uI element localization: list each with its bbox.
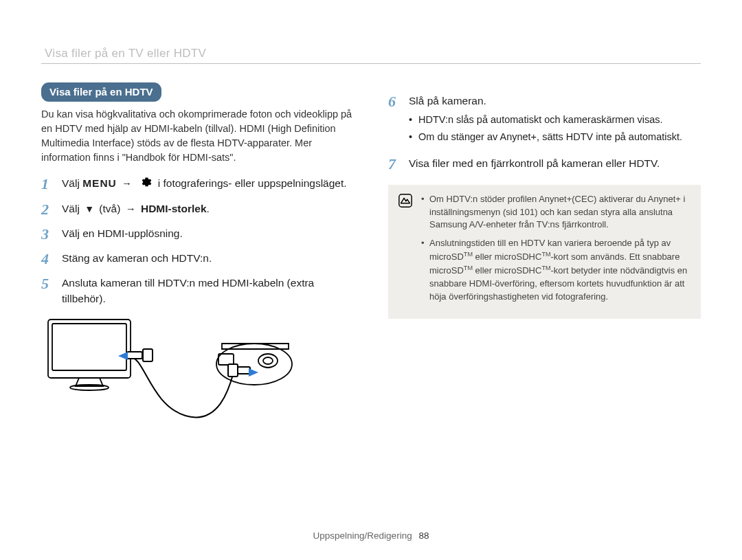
header-divider: [41, 63, 701, 64]
info-note: Om HDTV:n stöder profilen Anynet+(CEC) a…: [388, 185, 701, 319]
step-number: 2: [41, 201, 54, 218]
svg-rect-1: [52, 324, 126, 370]
note-icon: [398, 193, 413, 208]
svg-point-4: [258, 354, 278, 368]
step-sub-bullet: Om du stänger av Anynet+, sätts HDTV int…: [409, 130, 701, 144]
step-text: Slå på kameran.: [409, 95, 486, 107]
step-text: Ansluta kameran till HDTV:n med HDMI-kab…: [62, 276, 354, 306]
menu-label: MENU: [82, 177, 117, 189]
down-icon: ▼: [85, 203, 94, 214]
step-number: 6: [388, 93, 401, 148]
arrow-icon: →: [126, 203, 136, 214]
step-2: 2 Välj ▼ (två) → HDMI-storlek.: [41, 201, 354, 218]
step-number: 7: [388, 156, 401, 172]
step-text: Stäng av kameran och HDTV:n.: [62, 251, 354, 267]
step-7: 7 Visa filer med en fjärrkontroll på kam…: [388, 156, 701, 172]
step-number: 5: [41, 276, 54, 306]
svg-point-5: [263, 357, 273, 364]
svg-point-3: [216, 344, 292, 385]
step-text: .: [207, 203, 210, 214]
svg-rect-0: [48, 320, 131, 378]
step-3: 3 Välj en HDMI-upplösning.: [41, 226, 354, 243]
step-text: Välj: [62, 203, 82, 214]
step-bold-text: HDMI-storlek: [141, 203, 207, 214]
page-number: 88: [418, 530, 429, 541]
step-1: 1 Välj MENU → i fotograferings- eller up…: [41, 176, 354, 192]
intro-paragraph: Du kan visa högkvalitativa och okomprime…: [41, 107, 354, 165]
page-footer: Uppspelning/Redigering 88: [0, 530, 742, 541]
svg-rect-6: [218, 354, 234, 365]
step-text: i fotograferings- eller uppspelningsläge…: [158, 177, 347, 189]
step-number: 4: [41, 251, 54, 267]
step-5: 5 Ansluta kameran till HDTV:n med HDMI-k…: [41, 276, 354, 306]
section-heading-pill: Visa filer på en HDTV: [41, 82, 161, 102]
step-text: Välj: [62, 177, 82, 189]
footer-section-label: Uppspelning/Redigering: [313, 530, 412, 541]
step-6: 6 Slå på kameran. HDTV:n slås på automat…: [388, 93, 701, 148]
gear-icon: [139, 176, 152, 192]
step-text: Visa filer med en fjärrkontroll på kamer…: [409, 156, 701, 172]
right-column: 6 Slå på kameran. HDTV:n slås på automat…: [388, 82, 701, 443]
note-bullet: Anslutningstiden till en HDTV kan varier…: [421, 237, 691, 304]
step-number: 1: [41, 176, 54, 192]
svg-rect-8: [143, 349, 153, 361]
svg-rect-9: [228, 364, 238, 377]
svg-rect-7: [127, 352, 142, 359]
svg-rect-10: [238, 367, 250, 374]
arrow-icon: →: [122, 177, 132, 189]
step-number: 3: [41, 226, 54, 243]
note-bullet: Om HDTV:n stöder profilen Anynet+(CEC) a…: [421, 193, 691, 232]
running-head: Visa filer på en TV eller HDTV: [45, 47, 206, 60]
hdmi-connection-diagram: [41, 316, 302, 443]
step-text: (två): [96, 203, 124, 214]
left-column: Visa filer på en HDTV Du kan visa högkva…: [41, 82, 354, 443]
step-text: Välj en HDMI-upplösning.: [62, 226, 354, 243]
step-sub-bullet: HDTV:n slås på automatiskt och kameraskä…: [409, 113, 701, 127]
step-4: 4 Stäng av kameran och HDTV:n.: [41, 251, 354, 267]
